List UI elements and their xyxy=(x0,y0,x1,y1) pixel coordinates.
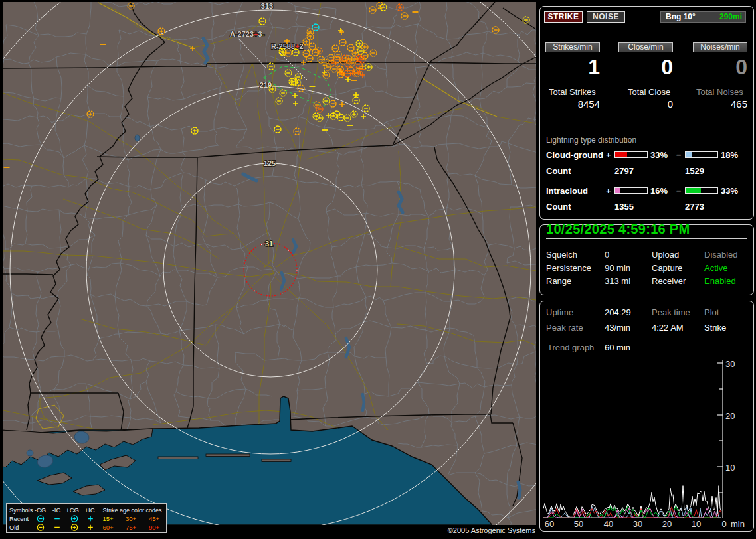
svg-text:Symbols: Symbols xyxy=(9,507,33,514)
svg-text:-IC: -IC xyxy=(52,506,61,514)
svg-text:15+: 15+ xyxy=(103,515,114,522)
svg-text:Strike age color codes: Strike age color codes xyxy=(103,506,162,514)
svg-text:+IC: +IC xyxy=(84,506,94,514)
svg-text:+CG: +CG xyxy=(66,506,79,514)
svg-text:Recent: Recent xyxy=(9,516,29,522)
svg-text:-CG: -CG xyxy=(35,506,46,514)
svg-text:45+: 45+ xyxy=(149,515,160,522)
svg-text:30+: 30+ xyxy=(126,515,137,522)
